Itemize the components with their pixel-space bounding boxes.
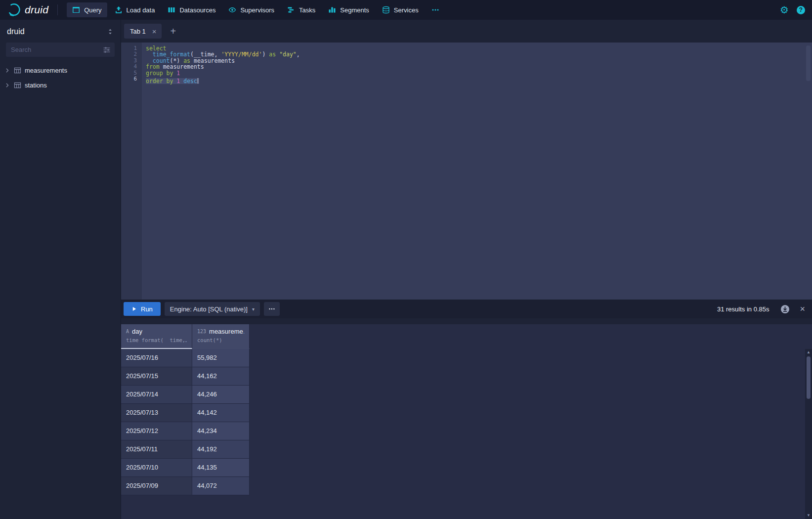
top-navbar: druid Query Load data Datasources Superv	[0, 0, 812, 20]
play-icon	[131, 306, 137, 312]
nav-item-services[interactable]: Services	[377, 2, 424, 17]
cell-measurements[interactable]: 44,246	[192, 386, 250, 403]
load-data-icon	[115, 6, 123, 14]
results-summary: 31 results in 0.85s	[717, 305, 769, 313]
chevron-down-icon: ▾	[252, 306, 255, 312]
scroll-up-icon[interactable]: ▲	[805, 350, 812, 355]
nav-item-tasks[interactable]: Tasks	[282, 2, 321, 17]
cell-measurements[interactable]: 44,072	[192, 477, 250, 495]
results-table: A day time_format(__time,… 123 measureme…	[121, 324, 812, 519]
cell-day[interactable]: 2025/07/14	[121, 386, 192, 403]
cell-day[interactable]: 2025/07/12	[121, 422, 192, 440]
navbar-right: ⚙ ?	[780, 5, 805, 15]
segments-icon	[328, 6, 336, 14]
code-line[interactable]: from measurements	[146, 64, 812, 70]
run-button[interactable]: Run	[124, 302, 161, 316]
navbar-items: Query Load data Datasources Supervisors …	[67, 2, 445, 17]
tab-close-icon[interactable]: ×	[152, 28, 157, 35]
help-icon[interactable]: ?	[797, 6, 805, 14]
line-number: 4	[121, 64, 137, 70]
engine-select[interactable]: Engine: Auto [SQL (native)] ▾	[165, 302, 260, 316]
nav-item-label: Load data	[127, 6, 155, 14]
datasource-tree: measurements stations	[0, 63, 121, 92]
code-line[interactable]: time_format(__time, 'YYYY/MM/dd') as "da…	[146, 51, 812, 57]
table-row: 2025/07/1144,192	[121, 440, 250, 459]
double-caret-icon[interactable]	[107, 28, 114, 36]
string-type-icon: A	[126, 329, 129, 334]
cell-day[interactable]: 2025/07/16	[121, 349, 192, 367]
filter-icon[interactable]	[103, 46, 111, 54]
run-button-label: Run	[141, 305, 153, 313]
nav-item-label: Tasks	[299, 6, 315, 14]
nav-item-label: Services	[394, 6, 419, 14]
column-header-day[interactable]: A day time_format(__time,…	[121, 324, 192, 349]
nav-item-load-data[interactable]: Load data	[109, 2, 161, 17]
tab-1[interactable]: Tab 1 ×	[124, 24, 162, 39]
table-icon	[14, 82, 21, 89]
code-line[interactable]: group by 1	[146, 70, 812, 76]
table-row: 2025/07/1344,142	[121, 404, 250, 422]
results-header: A day time_format(__time,… 123 measureme…	[121, 324, 812, 349]
cell-day[interactable]: 2025/07/11	[121, 440, 192, 458]
tree-item-label: stations	[25, 82, 47, 89]
cell-day[interactable]: 2025/07/10	[121, 459, 192, 476]
query-more-button[interactable]	[264, 302, 280, 316]
query-workbench: Tab 1 × + 123456 select time_format(__ti…	[121, 20, 812, 519]
results-panel: A day time_format(__time,… 123 measureme…	[121, 318, 812, 519]
nav-item-label: Query	[84, 6, 101, 14]
scroll-down-icon[interactable]: ▼	[805, 513, 812, 518]
cell-measurements[interactable]: 44,192	[192, 440, 250, 458]
close-results-icon[interactable]: ×	[800, 304, 805, 313]
cell-measurements[interactable]: 44,234	[192, 422, 250, 440]
nav-item-query[interactable]: Query	[67, 2, 107, 17]
column-name: measureme…	[209, 328, 244, 335]
search-box	[6, 43, 115, 57]
table-row: 2025/07/1655,982	[121, 349, 250, 367]
add-tab-button[interactable]: +	[168, 26, 179, 36]
tree-item-label: measurements	[25, 67, 67, 74]
datasources-icon	[168, 6, 175, 14]
cell-measurements[interactable]: 55,982	[192, 349, 250, 367]
tree-item-stations[interactable]: stations	[0, 78, 121, 92]
supervisors-icon	[228, 6, 236, 14]
services-icon	[382, 6, 390, 14]
sidebar-header: druid	[0, 20, 121, 43]
column-expression: count(*)	[197, 337, 244, 343]
settings-gear-icon[interactable]: ⚙	[780, 5, 789, 15]
tasks-icon	[287, 6, 295, 14]
cell-day[interactable]: 2025/07/15	[121, 367, 192, 385]
cell-measurements[interactable]: 44,135	[192, 459, 250, 476]
tree-item-measurements[interactable]: measurements	[0, 63, 121, 78]
cell-measurements[interactable]: 44,142	[192, 404, 250, 422]
more-icon	[268, 305, 275, 312]
query-icon	[72, 6, 80, 14]
table-row: 2025/07/1544,162	[121, 367, 250, 386]
results-scrollbar[interactable]: ▲ ▼	[805, 349, 812, 519]
line-number: 6	[121, 76, 137, 82]
sql-editor-code[interactable]: select time_format(__time, 'YYYY/MM/dd')…	[142, 43, 812, 300]
results-rows: 2025/07/1655,9822025/07/1544,1622025/07/…	[121, 349, 812, 495]
scrollbar-thumb[interactable]	[807, 356, 811, 399]
app-body: druid measurements	[0, 20, 812, 519]
editor-scrollbar-thumb[interactable]	[806, 45, 811, 81]
column-header-measurements[interactable]: 123 measureme… count(*)	[192, 324, 250, 349]
nav-item-segments[interactable]: Segments	[323, 2, 375, 17]
nav-item-label: Segments	[340, 6, 369, 14]
nav-item-supervisors[interactable]: Supervisors	[223, 2, 280, 17]
datasource-sidebar: druid measurements	[0, 20, 121, 519]
line-number-gutter: 123456	[121, 43, 142, 300]
nav-item-more[interactable]	[426, 2, 445, 17]
table-icon	[14, 67, 21, 74]
text-cursor	[198, 78, 198, 84]
nav-item-datasources[interactable]: Datasources	[162, 2, 221, 17]
search-input[interactable]	[11, 46, 103, 53]
cell-day[interactable]: 2025/07/13	[121, 404, 192, 422]
chevron-right-icon	[4, 82, 10, 88]
code-line[interactable]: order by 1 desc	[146, 78, 199, 84]
sql-editor[interactable]: 123456 select time_format(__time, 'YYYY/…	[121, 43, 812, 300]
cell-measurements[interactable]: 44,162	[192, 367, 250, 385]
download-results-icon[interactable]	[780, 304, 790, 314]
druid-logo[interactable]: druid	[7, 3, 48, 17]
cell-day[interactable]: 2025/07/09	[121, 477, 192, 495]
code-line[interactable]: count(*) as measurements	[146, 58, 812, 64]
